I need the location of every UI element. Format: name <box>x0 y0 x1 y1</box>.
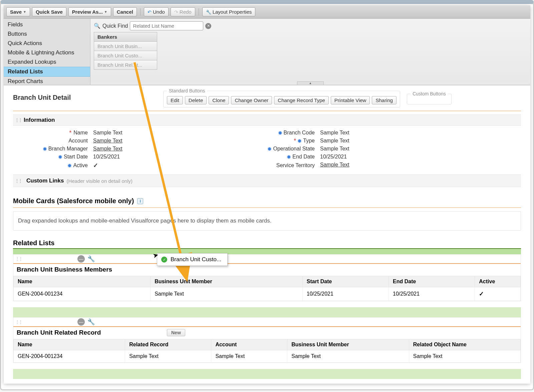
field-value: 10/25/2021 <box>320 154 420 160</box>
field-label: Name <box>73 130 88 136</box>
blue-dot-icon <box>298 139 301 142</box>
blue-dot-icon <box>43 147 46 150</box>
undo-button[interactable]: ↶ Undo <box>144 7 169 16</box>
std-btn-clone[interactable]: Clone <box>209 96 229 104</box>
std-btn-sharing[interactable]: Sharing <box>372 96 396 104</box>
palette-cat-related-lists[interactable]: Related Lists <box>4 67 90 77</box>
remove-related-list-icon[interactable]: — <box>77 255 85 263</box>
rl-chip-bu-related[interactable]: Branch Unit Rel...t... <box>94 60 157 70</box>
field-value: Sample Text <box>320 138 420 144</box>
cell-related-obj: Sample Text <box>409 350 520 363</box>
toolbar-separator <box>140 8 141 16</box>
drop-ok-icon: ✓ <box>161 257 167 263</box>
field-label: Branch Manager <box>48 146 88 152</box>
layout-props-label: Layout Properties <box>213 9 252 15</box>
grip-icon: ⋮⋮ <box>15 118 22 122</box>
field-label: Start Date <box>64 154 88 160</box>
drop-spacer[interactable] <box>13 307 521 317</box>
standard-buttons-legend: Standard Buttons <box>167 88 207 93</box>
blue-dot-icon <box>68 164 71 167</box>
quick-save-button[interactable]: Quick Save <box>32 7 66 16</box>
cancel-button[interactable]: Cancel <box>113 7 137 16</box>
related-list-related-record: ⋮⋮ — 🔧 Branch Unit Related Record New Na… <box>13 317 521 363</box>
clear-search-icon[interactable]: ✕ <box>205 23 211 29</box>
blue-dot-icon <box>279 131 282 134</box>
related-lists-title: Related Lists <box>13 239 521 247</box>
field-label: End Date <box>292 154 315 160</box>
related-list-title: Branch Unit Business Members <box>17 266 112 273</box>
field-label: Account <box>68 138 88 144</box>
std-btn-printable-view[interactable]: Printable View <box>331 96 370 104</box>
field-value: Sample Text <box>93 130 200 136</box>
col-active: Active <box>475 276 521 287</box>
grip-icon: ⋮⋮ <box>15 178 22 183</box>
branch-unit-detail-title: Branch Unit Detail <box>13 94 157 101</box>
related-list-chips: Bankers Branch Unit Busin... Branch Unit… <box>94 32 157 70</box>
custom-links-header[interactable]: ⋮⋮ Custom Links (Header visible on detai… <box>13 174 521 187</box>
layout-toolbar: Save ▼ Quick Save Preview As... ▼ Cancel… <box>4 5 530 19</box>
new-button[interactable]: New <box>167 329 185 336</box>
cell-end: 10/25/2021 <box>389 287 475 301</box>
table-row: GEN-2004-001234 Sample Text Sample Text … <box>14 350 521 363</box>
cell-related-record: Sample Text <box>125 350 211 363</box>
grip-icon[interactable]: ⋮⋮ <box>15 257 22 261</box>
mobile-cards-drop-zone[interactable]: Drag expanded lookups and mobile-enabled… <box>13 211 521 231</box>
palette-content: 🔍 Quick Find ✕ Bankers Branch Unit Busin… <box>90 19 530 85</box>
standard-buttons-fieldset: Standard Buttons Edit Delete Clone Chang… <box>163 88 400 107</box>
required-icon: * <box>294 139 296 142</box>
related-list-business-members: ⋮⋮ — 🔧 Branch Unit Business Members Name… <box>13 254 521 301</box>
blue-dot-icon <box>59 155 62 158</box>
col-start: Start Date <box>302 276 388 287</box>
information-section-header[interactable]: ⋮⋮ Information <box>13 114 521 126</box>
cell-name: GEN-2004-001234 <box>14 287 151 301</box>
grip-icon[interactable]: ⋮⋮ <box>15 320 22 324</box>
field-label: Branch Code <box>284 130 315 136</box>
palette-cat-buttons[interactable]: Buttons <box>4 29 90 39</box>
palette-cat-mobile-actions[interactable]: Mobile & Lightning Actions <box>4 48 90 57</box>
rl-chip-bu-business[interactable]: Branch Unit Busin... <box>94 41 157 51</box>
palette-expand-handle[interactable]: ▲ <box>297 81 324 85</box>
field-value: Sample Text <box>320 146 420 152</box>
drop-target-bar[interactable] <box>13 248 521 254</box>
preview-as-button[interactable]: Preview As... ▼ <box>68 7 111 16</box>
col-related-record: Related Record <box>125 339 211 350</box>
field-value-link[interactable]: Sample Text <box>93 138 122 143</box>
information-grid: *Name Sample Text Branch Code Sample Tex… <box>13 126 521 174</box>
configure-related-list-icon[interactable]: 🔧 <box>87 318 95 326</box>
remove-related-list-icon[interactable]: — <box>77 318 85 326</box>
rl-chip-bu-customer[interactable]: Branch Unit Custo... <box>94 51 157 60</box>
information-title: Information <box>24 117 55 123</box>
layout-properties-button[interactable]: Layout Properties <box>202 7 256 16</box>
std-btn-delete[interactable]: Delete <box>185 96 207 104</box>
related-list-table: Name Related Record Account Business Uni… <box>13 339 521 363</box>
custom-links-hint: (Header visible on detail only) <box>66 178 132 184</box>
field-value-check: ✓ <box>93 162 200 169</box>
preview-as-label: Preview As... <box>72 9 103 15</box>
configure-related-list-icon[interactable]: 🔧 <box>87 255 95 263</box>
blue-dot-icon <box>287 155 290 158</box>
palette-cat-expanded-lookups[interactable]: Expanded Lookups <box>4 57 90 67</box>
field-value: 10/25/2021 <box>93 154 200 160</box>
redo-icon: ↷ <box>174 9 178 15</box>
cell-bum: Sample Text <box>287 350 409 363</box>
std-btn-change-record-type[interactable]: Change Record Type <box>274 96 328 104</box>
palette-cat-fields[interactable]: Fields <box>4 20 90 29</box>
custom-buttons-legend: Custom Buttons <box>411 91 448 96</box>
drag-ghost-label: Branch Unit Custo... <box>171 256 221 263</box>
save-button[interactable]: Save ▼ <box>6 7 30 16</box>
required-icon: * <box>69 131 71 134</box>
std-btn-change-owner[interactable]: Change Owner <box>231 96 272 104</box>
redo-button[interactable]: ↷ Redo <box>171 7 195 16</box>
undo-label: Undo <box>153 9 165 15</box>
palette-cat-report-charts[interactable]: Report Charts <box>4 77 90 86</box>
rl-chip-bankers[interactable]: Bankers <box>94 32 157 42</box>
field-value-link[interactable]: Sample Text <box>320 162 349 167</box>
blue-dot-icon <box>268 147 271 150</box>
palette-cat-quick-actions[interactable]: Quick Actions <box>4 39 90 48</box>
info-icon[interactable]: i <box>137 198 143 204</box>
field-value-link[interactable]: Sample Text <box>93 146 122 151</box>
drop-spacer[interactable] <box>13 369 521 379</box>
quick-find-input[interactable] <box>130 21 203 30</box>
std-btn-edit[interactable]: Edit <box>167 96 183 104</box>
caret-down-icon: ▼ <box>23 10 26 14</box>
